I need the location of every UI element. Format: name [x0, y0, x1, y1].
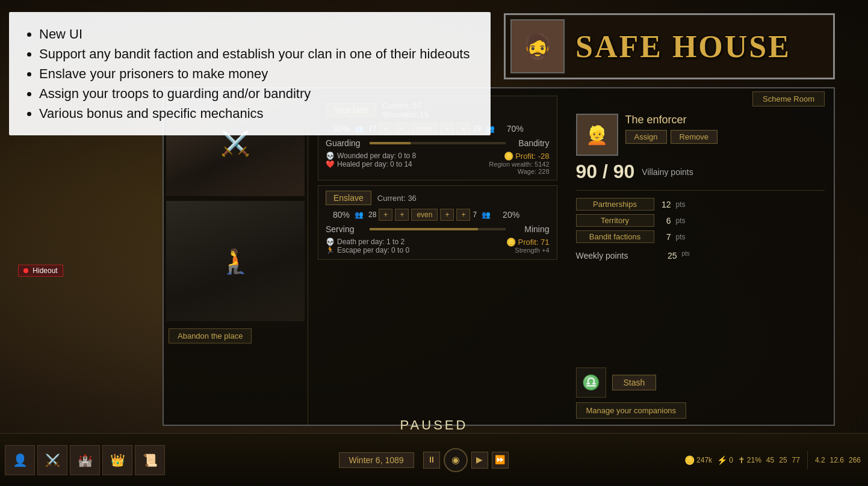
assign-button[interactable]: Assign [625, 130, 667, 144]
slider-row-enslave: 80% 👥 28 + + even + + 7 👥 20% [326, 209, 550, 221]
hideout-dot [23, 268, 28, 273]
slave-icon-right: 👥 [482, 211, 491, 220]
hud-icon-3[interactable]: 🏰 [70, 445, 100, 475]
territory-tag[interactable]: Territory [576, 214, 654, 227]
enslave-tag: Enslave [326, 191, 371, 205]
labels-row-enslave: Serving Mining [326, 224, 550, 234]
banditry-pct: 70% [500, 124, 524, 134]
companions-button[interactable]: Manage your companions [576, 402, 687, 419]
partnerships-pts: pts [676, 200, 686, 209]
safehouse-title: SAFE HOUSE [569, 29, 791, 64]
points-value: 90 / 90 [576, 161, 635, 183]
weekly-row: Weekly points 25 pts [576, 250, 825, 260]
points-section: 90 / 90 Villainy points [576, 161, 825, 183]
weekly-pts: pts [682, 250, 690, 260]
hud-icon-5[interactable]: 📜 [135, 445, 165, 475]
mining-plus1[interactable]: + [456, 209, 470, 221]
scheme-room-button[interactable]: Scheme Room [752, 91, 825, 106]
mining-pct: 20% [495, 210, 519, 220]
serving-plus1[interactable]: + [395, 209, 409, 221]
even-button-enslave[interactable]: even [411, 209, 438, 221]
pause-button[interactable]: ⏸ [423, 452, 440, 469]
mining-label: Mining [510, 224, 550, 234]
enslave-section: Enslave Current: 36 80% 👥 28 + + even + … [318, 185, 557, 260]
influence-icon: ⚡ [717, 455, 727, 465]
piety-icon: ✝ [738, 455, 745, 465]
slave-count-left: 28 [368, 211, 376, 219]
bandit-factions-tag[interactable]: Bandit factions [576, 230, 654, 243]
enforcer-section: 👱 The enforcer Assign Remove [576, 114, 825, 156]
stash-section: ♎ Stash [576, 368, 825, 398]
stat-row-enslave: 💀Death per day: 1 to 2 🏃Escape per day: … [326, 238, 550, 254]
remove-button[interactable]: Remove [671, 130, 718, 144]
slave-count-right: 7 [473, 211, 477, 219]
right-panel: Scheme Room 👱 The enforcer Assign Remove [567, 88, 834, 425]
hud-fps-2: 12.6 [830, 456, 844, 464]
slave-icon-left: 👥 [355, 211, 364, 220]
date-badge: Winter 6, 1089 [339, 452, 414, 468]
bandit-factions-pts: pts [676, 233, 686, 241]
weekly-label: Weekly points [576, 251, 654, 260]
mining-minus1[interactable]: + [440, 209, 454, 221]
stat-items: Partnerships 12 pts Territory 6 pts Band… [576, 198, 825, 243]
partnerships-row: Partnerships 12 pts [576, 198, 825, 211]
hud-stats: 🪙 247k ⚡ 0 ✝ 21% 45 25 77 4.2 12.6 266 [677, 451, 868, 469]
hideout-label[interactable]: Hideout [18, 265, 63, 277]
hud-stat-piety: ✝ 21% [738, 455, 761, 465]
serving-pct: 80% [326, 210, 350, 220]
feature-list: New UI Support any bandit faction and es… [27, 24, 473, 123]
stat-row-lads: 💀Wounded per day: 0 to 8 ❤️Healed per da… [326, 152, 550, 175]
scheme-room-row: Scheme Room [576, 94, 825, 106]
hud-icon-4[interactable]: 👑 [102, 445, 132, 475]
controls-column: Your lads Current: 57 Wounded: 15 30% 👥 … [308, 88, 567, 425]
labels-row-lads: Guarding Banditry [326, 138, 550, 148]
hud-icon-2[interactable]: ⚔️ [37, 445, 67, 475]
list-item: Enslave your prisoners to make money [39, 64, 473, 84]
list-item: Support any bandit faction and establish… [39, 44, 473, 64]
enslave-current: Current: 36 [377, 194, 417, 203]
enforcer-avatar: 👱 [576, 114, 618, 156]
safehouse-avatar: 🧔 [510, 19, 565, 73]
enforcer-name: The enforcer [625, 114, 718, 126]
bandit-factions-row: Bandit factions 7 pts [576, 230, 825, 243]
images-column: ⚔️ 🧎 Abandon the place [164, 88, 308, 425]
hud-center: Winter 6, 1089 ⏸ ◉ ▶ ⏩ [170, 448, 677, 472]
bottom-hud: 👤 ⚔️ 🏰 👑 📜 Winter 6, 1089 ⏸ ◉ ▶ ⏩ 🪙 247k… [0, 433, 868, 486]
fast-button[interactable]: ⏩ [492, 452, 509, 469]
abandon-button[interactable]: Abandon the place [169, 328, 252, 343]
gold-icon: 🪙 [684, 455, 695, 465]
hud-icons: 👤 ⚔️ 🏰 👑 📜 [0, 445, 170, 475]
territory-pts: pts [676, 217, 686, 225]
territory-value: 6 [659, 216, 671, 226]
hud-fps-3: 266 [849, 456, 861, 464]
hud-fps-1: 4.2 [815, 456, 825, 464]
time-controls: ⏸ ◉ ▶ ⏩ [423, 448, 509, 472]
hud-icon-1[interactable]: 👤 [5, 445, 35, 475]
play-button[interactable]: ▶ [471, 452, 488, 469]
list-item: New UI [39, 24, 473, 44]
abandon-area: Abandon the place [164, 324, 308, 348]
list-item: Assign your troops to guarding and/or ba… [39, 84, 473, 103]
companions-area: Manage your companions [576, 402, 825, 419]
enforcer-info: The enforcer Assign Remove [625, 114, 718, 144]
profit-section-lads: 🪙 Profit: -28 Region wealth: 5142 Wage: … [489, 152, 549, 175]
main-panel: ⚔️ 🧎 Abandon the place Your lads Current… [163, 87, 835, 426]
serving-minus1[interactable]: + [379, 209, 392, 221]
separator [576, 190, 825, 191]
banditry-label: Banditry [510, 138, 550, 148]
paused-label: PAUSED [400, 417, 468, 433]
partnerships-tag[interactable]: Partnerships [576, 198, 654, 211]
speed-dial: ◉ [444, 448, 468, 472]
bandit-factions-value: 7 [659, 232, 671, 242]
stash-button[interactable]: Stash [612, 375, 657, 390]
safehouse-header: 🧔 SAFE HOUSE [504, 13, 835, 79]
hud-stat-3: 77 [792, 456, 800, 464]
partnerships-value: 12 [659, 200, 671, 209]
stash-icon: ♎ [576, 368, 606, 398]
weekly-value: 25 [659, 251, 677, 260]
guarding-label: Guarding [326, 138, 365, 148]
artwork-bottom: 🧎 [166, 201, 305, 321]
serving-label: Serving [326, 224, 365, 234]
hud-stat-gold: 🪙 247k [684, 455, 712, 465]
territory-row: Territory 6 pts [576, 214, 825, 227]
